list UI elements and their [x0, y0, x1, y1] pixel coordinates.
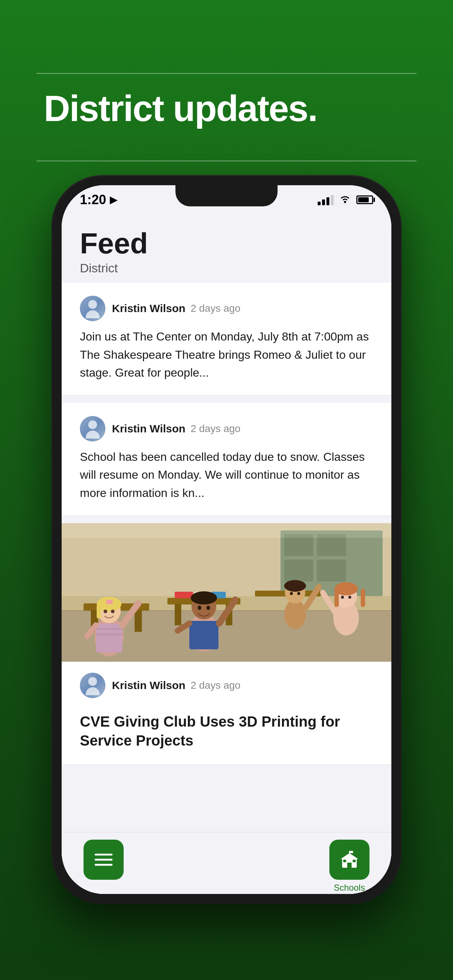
svg-rect-54	[62, 523, 391, 538]
time-display: 1:20	[80, 192, 106, 207]
svg-rect-62	[353, 860, 356, 862]
post-author-info: Kristin Wilson 2 days ago	[112, 423, 240, 435]
wifi-icon	[339, 194, 351, 206]
svg-point-42	[284, 580, 306, 592]
avatar	[80, 416, 105, 442]
svg-rect-61	[343, 860, 346, 862]
bottom-decorative-line	[37, 161, 416, 162]
svg-point-44	[290, 592, 293, 595]
post-text: School has been cancelled today due to s…	[80, 448, 373, 503]
nav-item-menu[interactable]	[83, 840, 124, 880]
feed-subtitle: District	[80, 261, 373, 275]
svg-rect-27	[106, 600, 113, 604]
posts-list: Kristin Wilson 2 days ago Join us at The…	[62, 283, 391, 765]
svg-point-45	[297, 592, 300, 595]
feed-header: Feed District	[62, 215, 391, 283]
svg-rect-7	[284, 560, 313, 582]
post-author-info: Kristin Wilson 2 days ago	[112, 679, 240, 692]
svg-rect-21	[96, 624, 122, 652]
post-time: 2 days ago	[190, 302, 240, 314]
bottom-navigation: Schools	[62, 832, 391, 894]
post-author: Kristin Wilson	[112, 679, 185, 692]
nav-item-schools[interactable]: Schools	[329, 840, 370, 893]
post-title: CVE Giving Club Uses 3D Printing for Ser…	[62, 705, 391, 765]
top-decorative-line	[37, 73, 416, 74]
battery-icon	[356, 196, 373, 204]
phone-notch	[175, 185, 278, 206]
post-author: Kristin Wilson	[112, 423, 185, 435]
svg-rect-49	[335, 589, 339, 607]
post-time: 2 days ago	[190, 679, 240, 691]
phone-frame: 1:20 ▶	[51, 175, 402, 904]
svg-rect-12	[135, 610, 142, 632]
post-author-info: Kristin Wilson 2 days ago	[112, 302, 240, 315]
svg-rect-17	[175, 592, 193, 598]
svg-point-30	[104, 609, 107, 613]
svg-point-40	[284, 600, 306, 629]
post-author: Kristin Wilson	[112, 302, 185, 315]
post-item[interactable]: Kristin Wilson 2 days ago Join us at The…	[62, 283, 391, 396]
post-text: Join us at The Center on Monday, July 8t…	[80, 328, 373, 382]
menu-button[interactable]	[83, 840, 124, 880]
svg-rect-33	[189, 621, 219, 649]
svg-point-35	[191, 591, 217, 605]
svg-rect-50	[361, 589, 365, 607]
svg-rect-60	[347, 862, 352, 868]
avatar	[80, 673, 105, 698]
post-item-with-image[interactable]: Kristin Wilson 2 days ago CVE Giving Clu…	[62, 523, 391, 765]
post-separator	[62, 396, 391, 403]
status-time: 1:20 ▶	[80, 192, 117, 207]
district-title: District updates.	[44, 88, 317, 129]
svg-rect-8	[317, 560, 346, 582]
post-meta: Kristin Wilson 2 days ago	[80, 416, 373, 442]
feed-title: Feed	[80, 229, 373, 258]
svg-point-38	[198, 606, 201, 610]
post-separator	[62, 516, 391, 523]
status-icons	[318, 194, 373, 206]
post-meta: Kristin Wilson 2 days ago	[80, 296, 373, 321]
svg-point-0	[344, 201, 346, 203]
post-meta: Kristin Wilson 2 days ago	[62, 662, 391, 698]
svg-rect-14	[175, 604, 181, 625]
svg-point-39	[206, 606, 210, 610]
post-time: 2 days ago	[190, 423, 240, 434]
avatar	[80, 296, 105, 321]
screen-content: Feed District Kristin Wilson 2 days ago	[62, 215, 391, 894]
svg-point-31	[111, 609, 115, 613]
signal-icon	[318, 194, 334, 205]
schools-button[interactable]	[329, 840, 370, 880]
post-item[interactable]: Kristin Wilson 2 days ago School has bee…	[62, 403, 391, 516]
phone-screen: 1:20 ▶	[62, 185, 391, 894]
svg-rect-26	[97, 604, 101, 619]
schools-label: Schools	[334, 883, 365, 893]
svg-point-53	[348, 596, 351, 599]
svg-point-52	[341, 596, 344, 599]
svg-rect-64	[349, 851, 353, 853]
post-image	[62, 523, 391, 662]
location-arrow-icon: ▶	[110, 194, 117, 205]
